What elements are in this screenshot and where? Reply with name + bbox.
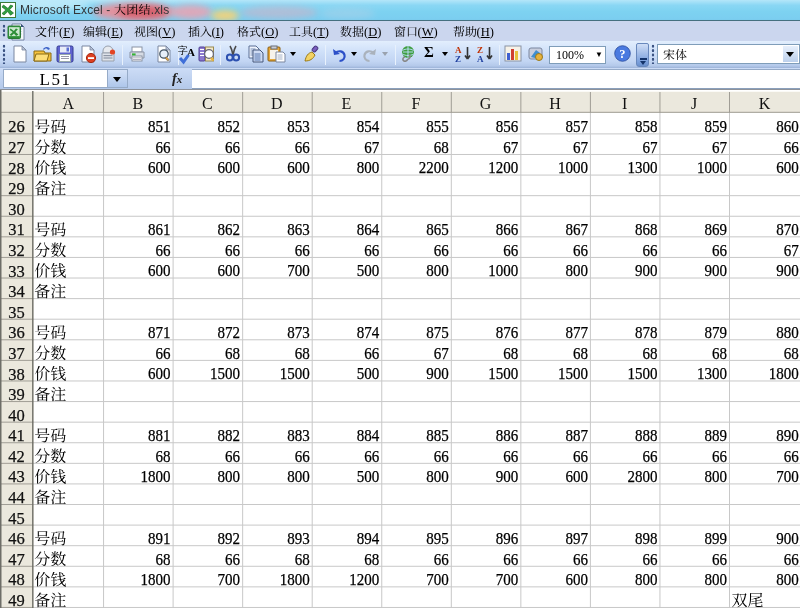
svg-text:800: 800	[426, 467, 449, 486]
svg-text:852: 852	[218, 117, 241, 136]
svg-text:600: 600	[218, 261, 241, 280]
svg-text:43: 43	[8, 468, 25, 485]
svg-text:67: 67	[712, 138, 727, 157]
svg-text:889: 889	[705, 426, 728, 445]
svg-text:66: 66	[434, 550, 449, 569]
svg-text:872: 872	[218, 323, 241, 342]
svg-text:891: 891	[148, 529, 171, 548]
svg-text:F: F	[412, 95, 421, 112]
svg-text:600: 600	[148, 158, 171, 177]
svg-text:884: 884	[357, 426, 380, 445]
svg-text:500: 500	[357, 467, 380, 486]
svg-text:800: 800	[565, 261, 588, 280]
svg-text:66: 66	[712, 241, 727, 260]
svg-text:851: 851	[148, 117, 171, 136]
svg-text:66: 66	[364, 241, 379, 260]
svg-text:600: 600	[565, 467, 588, 486]
svg-text:68: 68	[364, 550, 379, 569]
svg-text:600: 600	[287, 158, 310, 177]
svg-text:862: 862	[218, 220, 241, 239]
svg-text:66: 66	[156, 138, 171, 157]
svg-text:66: 66	[295, 138, 310, 157]
svg-text:2800: 2800	[627, 467, 657, 486]
svg-text:1000: 1000	[697, 158, 727, 177]
svg-text:900: 900	[776, 261, 799, 280]
svg-text:881: 881	[148, 426, 171, 445]
svg-text:800: 800	[635, 570, 658, 589]
svg-text:66: 66	[434, 447, 449, 466]
svg-text:878: 878	[635, 323, 658, 342]
svg-text:893: 893	[287, 529, 310, 548]
svg-text:68: 68	[503, 344, 518, 363]
svg-text:879: 879	[705, 323, 728, 342]
svg-text:600: 600	[776, 158, 799, 177]
svg-text:38: 38	[8, 366, 25, 383]
svg-text:H: H	[549, 95, 561, 112]
svg-text:700: 700	[287, 261, 310, 280]
svg-text:867: 867	[565, 220, 588, 239]
svg-text:B: B	[132, 95, 143, 112]
svg-text:66: 66	[364, 447, 379, 466]
svg-text:37: 37	[8, 345, 25, 362]
svg-text:1300: 1300	[697, 364, 727, 383]
svg-text:66: 66	[295, 241, 310, 260]
svg-text:500: 500	[357, 261, 380, 280]
svg-text:68: 68	[434, 138, 449, 157]
svg-text:800: 800	[705, 570, 728, 589]
svg-text:800: 800	[218, 467, 241, 486]
svg-text:885: 885	[426, 426, 449, 445]
svg-text:2200: 2200	[419, 158, 449, 177]
svg-text:E: E	[342, 95, 352, 112]
svg-text:47: 47	[8, 551, 25, 568]
svg-text:66: 66	[784, 138, 799, 157]
svg-text:45: 45	[8, 510, 25, 527]
svg-text:871: 871	[148, 323, 171, 342]
svg-text:Z: Z	[455, 54, 461, 64]
svg-text:888: 888	[635, 426, 658, 445]
svg-text:700: 700	[218, 570, 241, 589]
svg-text:33: 33	[8, 263, 25, 280]
svg-text:800: 800	[287, 467, 310, 486]
svg-text:1300: 1300	[627, 158, 657, 177]
svg-text:49: 49	[8, 592, 25, 608]
svg-text:856: 856	[496, 117, 519, 136]
svg-text:1200: 1200	[488, 158, 518, 177]
svg-text:67: 67	[784, 241, 799, 260]
svg-text:I: I	[622, 95, 627, 112]
svg-text:1500: 1500	[280, 364, 310, 383]
svg-text:66: 66	[503, 550, 518, 569]
svg-text:44: 44	[8, 489, 25, 506]
svg-text:890: 890	[776, 426, 799, 445]
svg-text:66: 66	[295, 447, 310, 466]
svg-text:42: 42	[8, 448, 25, 465]
svg-text:600: 600	[218, 158, 241, 177]
svg-text:68: 68	[156, 447, 171, 466]
svg-text:1800: 1800	[141, 570, 171, 589]
svg-text:854: 854	[357, 117, 380, 136]
svg-text:700: 700	[496, 570, 519, 589]
svg-text:66: 66	[642, 241, 657, 260]
svg-text:1800: 1800	[280, 570, 310, 589]
svg-text:66: 66	[364, 344, 379, 363]
svg-text:67: 67	[364, 138, 379, 157]
svg-text:855: 855	[426, 117, 449, 136]
svg-text:A: A	[477, 54, 484, 64]
svg-text:600: 600	[148, 364, 171, 383]
svg-text:28: 28	[8, 160, 25, 177]
svg-text:800: 800	[705, 467, 728, 486]
svg-text:68: 68	[642, 344, 657, 363]
svg-text:66: 66	[573, 447, 588, 466]
svg-text:895: 895	[426, 529, 449, 548]
svg-text:67: 67	[503, 138, 518, 157]
svg-text:898: 898	[635, 529, 658, 548]
svg-text:31: 31	[8, 221, 25, 238]
svg-text:800: 800	[426, 261, 449, 280]
svg-text:66: 66	[225, 138, 240, 157]
svg-text:1000: 1000	[488, 261, 518, 280]
svg-text:880: 880	[776, 323, 799, 342]
svg-text:66: 66	[784, 550, 799, 569]
svg-text:29: 29	[8, 180, 25, 197]
svg-text:A: A	[63, 95, 75, 112]
svg-text:68: 68	[784, 344, 799, 363]
svg-text:39: 39	[8, 386, 25, 403]
